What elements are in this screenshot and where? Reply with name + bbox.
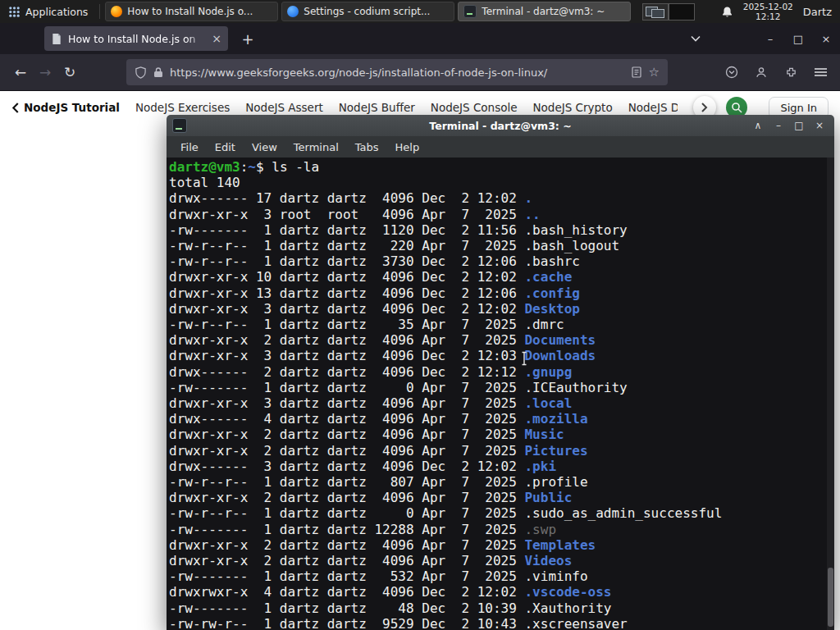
- terminal-line: drwxr-xr-x 3 dartz dartz 4096 Apr 7 2025…: [169, 395, 834, 411]
- terminal-titlebar[interactable]: Terminal - dartz@vm3: ~ ∧ – □ ×: [167, 115, 834, 136]
- terminal-line: -rw------- 1 dartz dartz 0 Apr 7 2025 .I…: [169, 380, 834, 395]
- file-name: .viminfo: [524, 568, 587, 584]
- terminal-window-controls: ∧ – □ ×: [749, 120, 829, 131]
- tab-favicon: [51, 33, 62, 45]
- terminal-close-button[interactable]: ×: [810, 120, 829, 131]
- file-name: .Xauthority: [524, 600, 611, 616]
- tracking-shield-icon[interactable]: [135, 66, 147, 79]
- tab-list-button[interactable]: [691, 35, 719, 42]
- file-name: .sudo_as_admin_successful: [524, 505, 722, 521]
- window-button-label: Settings - codium script...: [304, 6, 430, 17]
- gfg-nav-item[interactable]: NodeJS Buffer: [339, 101, 415, 114]
- terminal-line: drwxr-xr-x 3 dartz dartz 4096 Dec 2 12:0…: [169, 348, 834, 363]
- clock-date: 2025-12-02: [743, 2, 793, 11]
- terminal-line: drwx------ 2 dartz dartz 4096 Dec 2 12:1…: [169, 364, 834, 380]
- terminal-line: drwxr-xr-x 2 dartz dartz 4096 Apr 7 2025…: [169, 332, 834, 348]
- window-close-button[interactable]: ×: [812, 33, 840, 45]
- terminal-menu-file[interactable]: File: [173, 139, 206, 156]
- terminal-line: drwxr-xr-x 2 dartz dartz 4096 Apr 7 2025…: [169, 427, 834, 442]
- file-name: .pki: [524, 459, 556, 474]
- gfg-nav-item[interactable]: NodeJS Assert: [245, 101, 323, 114]
- file-name: .vscode-oss: [524, 584, 611, 600]
- terminal-scrollbar-thumb[interactable]: [828, 568, 833, 627]
- terminal-icon: [463, 5, 477, 18]
- terminal-menu-terminal[interactable]: Terminal: [286, 139, 346, 156]
- panel-window-button[interactable]: Settings - codium script...: [281, 2, 454, 21]
- terminal-line: drwx------ 17 dartz dartz 4096 Dec 2 12:…: [169, 190, 834, 206]
- browser-tab-bar: How to Install Node.js on × + – □ ×: [0, 23, 840, 54]
- window-button-label: Terminal - dartz@vm3: ~: [482, 6, 605, 17]
- terminal-command: ls -la: [272, 159, 319, 175]
- file-name: .swp: [524, 522, 556, 537]
- chevron-left-icon: [11, 103, 19, 113]
- tab-title: How to Install Node.js on: [68, 33, 206, 45]
- terminal-shade-button[interactable]: ∧: [749, 120, 767, 131]
- file-name: Desktop: [524, 301, 579, 317]
- terminal-body[interactable]: dartz@vm3:~$ ls -latotal 140drwx------ 1…: [167, 158, 834, 630]
- terminal-line: drwxr-xr-x 2 dartz dartz 4096 Apr 7 2025…: [169, 443, 834, 459]
- file-name: Pictures: [524, 443, 587, 459]
- search-icon: [731, 102, 742, 113]
- panel-window-button[interactable]: Terminal - dartz@vm3: ~: [458, 2, 631, 21]
- panel-window-button[interactable]: How to Install Node.js o...: [105, 2, 278, 21]
- terminal-window: Terminal - dartz@vm3: ~ ∧ – □ × FileEdit…: [167, 115, 834, 630]
- gfg-nav-item[interactable]: NodeJS Exercises: [135, 101, 230, 114]
- workspace-2[interactable]: [669, 3, 695, 21]
- bookmark-star-icon[interactable]: ☆: [649, 65, 660, 80]
- browser-nav-toolbar: ← → ↻ https://www.geeksforgeeks.org/node…: [0, 54, 840, 91]
- terminal-line: -rw-r--r-- 1 dartz dartz 0 Apr 7 2025 .s…: [169, 505, 834, 521]
- back-button[interactable]: ←: [8, 60, 33, 84]
- url-bar[interactable]: https://www.geeksforgeeks.org/node-js/in…: [126, 59, 668, 85]
- notification-bell-icon[interactable]: [721, 6, 733, 18]
- gfg-nav-item[interactable]: NodeJS Crypto: [533, 101, 613, 114]
- window-maximize-button[interactable]: □: [784, 33, 812, 45]
- terminal-line: drwxr-xr-x 3 root root 4096 Apr 7 2025 .…: [169, 207, 834, 222]
- pocket-icon[interactable]: [720, 60, 743, 84]
- terminal-line: drwxr-xr-x 13 dartz dartz 4096 Dec 2 12:…: [169, 285, 834, 301]
- panel-clock[interactable]: 2025-12-02 12:12: [743, 2, 793, 21]
- file-name: Templates: [524, 537, 596, 553]
- applications-label: Applications: [25, 6, 88, 18]
- hamburger-icon: [815, 67, 827, 77]
- file-name: .config: [524, 285, 579, 301]
- terminal-line: drwxr-xr-x 2 dartz dartz 4096 Apr 7 2025…: [169, 490, 834, 505]
- url-input[interactable]: https://www.geeksforgeeks.org/node-js/in…: [170, 66, 624, 79]
- workspace-pager[interactable]: [642, 3, 695, 21]
- desktop: Applications How to Install Node.js o...…: [0, 0, 840, 630]
- gfg-tutorial-link[interactable]: NodeJS Tutorial: [11, 101, 120, 114]
- workspace-1[interactable]: [642, 3, 669, 21]
- gfg-nav-item[interactable]: NodeJS Console: [431, 101, 518, 114]
- account-icon[interactable]: [750, 60, 773, 84]
- top-panel: Applications How to Install Node.js o...…: [0, 0, 840, 23]
- terminal-menu-view[interactable]: View: [244, 139, 285, 156]
- terminal-maximize-button[interactable]: □: [790, 120, 808, 131]
- file-name: .dmrc: [524, 317, 564, 332]
- terminal-menu-tabs[interactable]: Tabs: [348, 139, 386, 156]
- applications-menu[interactable]: Applications: [5, 4, 94, 20]
- terminal-menubar: FileEditViewTerminalTabsHelp: [167, 136, 834, 158]
- new-tab-button[interactable]: +: [236, 30, 259, 48]
- applications-grid-icon: [8, 6, 21, 18]
- terminal-menu-help[interactable]: Help: [388, 139, 427, 156]
- toolbar-icons: [720, 60, 832, 84]
- extensions-icon[interactable]: [779, 60, 802, 84]
- browser-tab[interactable]: How to Install Node.js on ×: [44, 26, 228, 51]
- terminal-prompt-line: dartz@vm3:~$ ls -la: [169, 159, 834, 175]
- text-cursor: [520, 351, 528, 366]
- forward-button[interactable]: →: [33, 60, 57, 84]
- app-menu-button[interactable]: [809, 60, 832, 84]
- reload-button[interactable]: ↻: [57, 60, 82, 84]
- file-name: Public: [524, 490, 572, 505]
- window-minimize-button[interactable]: –: [756, 33, 784, 45]
- file-name: .mozilla: [524, 411, 587, 427]
- terminal-minimize-button[interactable]: –: [769, 120, 788, 131]
- terminal-menu-edit[interactable]: Edit: [208, 139, 243, 156]
- terminal-line: -rw-r--r-- 1 dartz dartz 35 Apr 7 2025 .…: [169, 317, 834, 332]
- panel-window-buttons: How to Install Node.js o...Settings - co…: [105, 2, 631, 21]
- terminal-line: -rw-r--r-- 1 dartz dartz 807 Apr 7 2025 …: [169, 474, 834, 490]
- padlock-icon: [153, 66, 163, 78]
- reader-mode-icon[interactable]: [631, 66, 642, 78]
- terminal-scrollbar[interactable]: [827, 158, 834, 630]
- tab-close-button[interactable]: ×: [212, 33, 221, 44]
- gfg-nav-item[interactable]: NodeJS DNS: [628, 101, 678, 114]
